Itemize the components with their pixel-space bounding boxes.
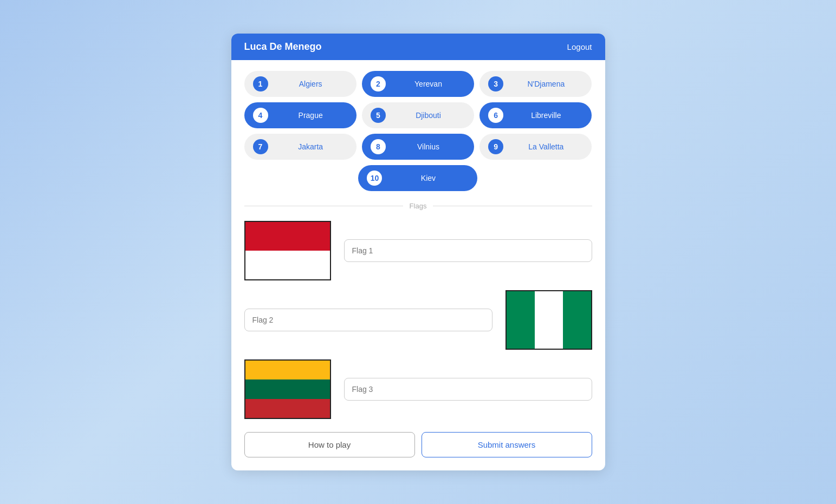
flag2-stripe-white bbox=[535, 291, 563, 349]
capital-city-5: Djibouti bbox=[391, 111, 465, 120]
capital-num-1: 1 bbox=[253, 76, 268, 91]
capital-city-1: Algiers bbox=[274, 80, 348, 88]
flag-row-2 bbox=[244, 290, 592, 350]
body-content: 1Algiers2Yerevan3N'Djamena4Prague5Djibou… bbox=[231, 60, 605, 470]
capital-btn-8[interactable]: 8Vilnius bbox=[362, 134, 474, 160]
flag-input-3[interactable] bbox=[344, 378, 592, 401]
flag2-stripe-green1 bbox=[507, 291, 535, 349]
capital-btn-5[interactable]: 5Djibouti bbox=[362, 102, 474, 128]
capital-city-8: Vilnius bbox=[391, 142, 465, 151]
flag-input-1[interactable] bbox=[344, 239, 592, 262]
capital-city-9: La Valletta bbox=[509, 142, 583, 151]
flags-divider: Flags bbox=[244, 202, 592, 210]
capital-city-2: Yerevan bbox=[391, 80, 465, 88]
capital-num-8: 8 bbox=[371, 139, 386, 154]
flag-row-1 bbox=[244, 221, 592, 280]
capital-btn-7[interactable]: 7Jakarta bbox=[244, 134, 357, 160]
flags-section bbox=[244, 221, 592, 419]
capital-city-10: Kiev bbox=[387, 174, 469, 182]
capital-btn-2[interactable]: 2Yerevan bbox=[362, 71, 474, 97]
flag3-stripe-green bbox=[245, 379, 330, 398]
capital-btn-9[interactable]: 9La Valletta bbox=[479, 134, 592, 160]
capital-city-4: Prague bbox=[274, 111, 348, 120]
flag-image-2 bbox=[506, 290, 592, 350]
capital-num-3: 3 bbox=[488, 76, 503, 91]
capital-btn-3[interactable]: 3N'Djamena bbox=[479, 71, 592, 97]
capitals-grid: 1Algiers2Yerevan3N'Djamena4Prague5Djibou… bbox=[244, 71, 592, 191]
submit-button[interactable]: Submit answers bbox=[422, 432, 592, 457]
how-to-play-button[interactable]: How to play bbox=[244, 432, 415, 457]
logout-button[interactable]: Logout bbox=[567, 42, 592, 51]
capital-num-7: 7 bbox=[253, 139, 268, 154]
capital-num-9: 9 bbox=[488, 139, 503, 154]
capital-btn-10[interactable]: 10Kiev bbox=[358, 165, 477, 191]
flag-image-3 bbox=[244, 359, 331, 419]
capital-num-6: 6 bbox=[488, 108, 503, 123]
capital-num-4: 4 bbox=[253, 108, 268, 123]
flag-row-3 bbox=[244, 359, 592, 419]
capital-city-3: N'Djamena bbox=[509, 80, 583, 88]
flag2-stripe-green2 bbox=[563, 291, 591, 349]
capital-btn-1[interactable]: 1Algiers bbox=[244, 71, 357, 97]
user-name: Luca De Menego bbox=[244, 41, 322, 53]
capital-num-2: 2 bbox=[371, 76, 386, 91]
flag3-stripe-yellow bbox=[245, 361, 330, 379]
capital-city-6: Libreville bbox=[509, 111, 583, 120]
capital-btn-6[interactable]: 6Libreville bbox=[479, 102, 592, 128]
capital-num-5: 5 bbox=[371, 108, 386, 123]
flag-input-2[interactable] bbox=[244, 309, 492, 331]
capital-num-10: 10 bbox=[367, 171, 382, 186]
main-card: Luca De Menego Logout 1Algiers2Yerevan3N… bbox=[231, 34, 605, 470]
flag3-stripe-red bbox=[245, 399, 330, 418]
header: Luca De Menego Logout bbox=[231, 34, 605, 60]
flag1-stripe-red bbox=[245, 222, 330, 251]
flag-image-1 bbox=[244, 221, 331, 280]
capital-city-7: Jakarta bbox=[274, 142, 348, 151]
capital-btn-4[interactable]: 4Prague bbox=[244, 102, 357, 128]
flag1-stripe-white bbox=[245, 251, 330, 279]
bottom-buttons: How to play Submit answers bbox=[244, 432, 592, 457]
flags-label: Flags bbox=[410, 202, 427, 210]
